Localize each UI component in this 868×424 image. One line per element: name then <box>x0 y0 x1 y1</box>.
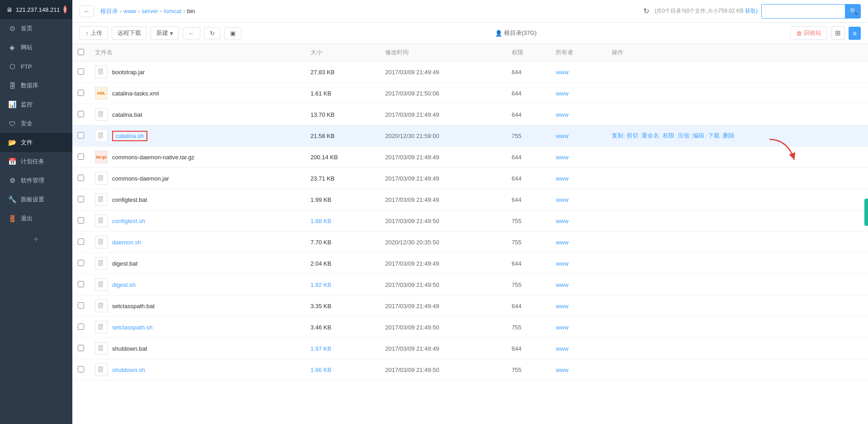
file-name[interactable]: shutdown.sh <box>112 367 145 373</box>
file-name[interactable]: digest.sh <box>112 281 136 288</box>
recycle-button[interactable]: 🗑 回收站 <box>790 26 827 40</box>
file-actions-cell <box>606 189 868 210</box>
file-name[interactable]: configtest.sh <box>112 218 145 224</box>
topbar-refresh-button[interactable]: ↻ <box>642 5 651 17</box>
row-checkbox[interactable] <box>78 68 84 75</box>
row-checkbox[interactable] <box>78 324 84 330</box>
file-perm: 755 <box>506 274 551 295</box>
file-name-cell: digest.bat <box>90 253 305 274</box>
file-date: 2020/12/30 21:59:00 <box>380 125 506 147</box>
row-checkbox[interactable] <box>78 175 84 181</box>
file-type-icon <box>95 257 108 270</box>
file-owner: www <box>550 253 606 274</box>
breadcrumb-root[interactable]: 根目录 <box>100 7 118 15</box>
search-button[interactable]: 🔍 <box>845 5 861 18</box>
view-list-button[interactable]: ≡ <box>849 27 861 40</box>
file-name[interactable]: configtest.bat <box>112 196 147 203</box>
row-checkbox[interactable] <box>78 260 84 266</box>
sidebar-label-tasks: 计划任务 <box>21 157 44 166</box>
file-name[interactable]: setclasspath.bat <box>112 303 155 310</box>
action-编辑[interactable]: 编辑 <box>693 132 704 139</box>
row-checkbox[interactable] <box>78 196 84 202</box>
file-name[interactable]: digest.bat <box>112 260 137 267</box>
sidebar-item-website[interactable]: ◈ 网站 <box>0 38 72 57</box>
sidebar-item-ftp[interactable]: ⬡ FTP <box>0 57 72 76</box>
root-label: 👤 根目录(37G) <box>495 29 537 37</box>
file-name[interactable]: commons-daemon.jar <box>112 175 169 182</box>
action-下载[interactable]: 下载 <box>708 132 720 139</box>
file-type-icon <box>95 172 108 185</box>
file-perm: 644 <box>506 83 551 104</box>
select-all-checkbox[interactable] <box>78 49 84 55</box>
file-name-cell: setclasspath.sh <box>90 317 305 338</box>
breadcrumb-tomcat[interactable]: tomcat <box>164 8 181 14</box>
file-name-cell: commons-daemon.jar <box>90 168 305 189</box>
breadcrumb-server[interactable]: server <box>142 8 158 14</box>
action-压缩[interactable]: 压缩 <box>678 132 689 139</box>
sidebar-item-panel[interactable]: 🔧 面板设置 <box>0 190 72 209</box>
file-name[interactable]: catalina.bat <box>112 111 142 118</box>
row-checkbox[interactable] <box>78 111 84 117</box>
add-icon: + <box>33 234 39 245</box>
view-grid-button[interactable]: ⊞ <box>831 26 845 40</box>
sidebar-item-files[interactable]: 📂 文件 <box>0 133 72 152</box>
toolbar-back-button[interactable]: ← <box>183 27 200 39</box>
topbar-fetch-link[interactable]: 获取) <box>745 8 758 14</box>
action-重命名[interactable]: 重命名 <box>642 132 659 139</box>
terminal-button[interactable]: ▣ <box>224 27 241 39</box>
action-删除[interactable]: 删除 <box>723 132 735 139</box>
row-checkbox[interactable] <box>78 281 84 287</box>
file-name[interactable]: setclasspath.sh <box>112 324 153 331</box>
breadcrumb-www[interactable]: www <box>123 8 136 14</box>
row-checkbox[interactable] <box>78 238 84 245</box>
back-button[interactable]: ← <box>80 5 94 17</box>
file-name[interactable]: catalina.sh <box>112 131 147 141</box>
file-actions-cell <box>606 168 868 189</box>
database-icon: 🗄 <box>8 82 16 90</box>
new-button[interactable]: 新建 ▾ <box>151 26 179 40</box>
file-actions-cell <box>606 232 868 253</box>
row-checkbox[interactable] <box>78 153 84 160</box>
file-name[interactable]: catalina-tasks.xml <box>112 90 159 97</box>
row-checkbox[interactable] <box>78 132 84 138</box>
file-name[interactable]: daemon.sh <box>112 239 141 246</box>
sidebar-item-home[interactable]: ⊙ 首页 <box>0 19 72 38</box>
sidebar-header: 🖥 121.237.148.211 0 <box>0 0 72 19</box>
file-name[interactable]: commons-daemon-native.tar.gz <box>112 154 194 161</box>
sidebar-item-database[interactable]: 🗄 数据库 <box>0 76 72 95</box>
breadcrumb: 根目录 › www › server › tomcat › bin <box>100 7 638 15</box>
file-type-icon <box>95 129 108 142</box>
row-checkbox[interactable] <box>78 366 84 372</box>
sidebar-item-monitor[interactable]: 📊 监控 <box>0 95 72 114</box>
row-checkbox[interactable] <box>78 217 84 224</box>
sidebar-item-security[interactable]: 🛡 安全 <box>0 114 72 133</box>
sidebar-item-software[interactable]: ⚙ 软件管理 <box>0 171 72 190</box>
remote-download-button[interactable]: 远程下载 <box>112 26 147 40</box>
sidebar-item-tasks[interactable]: 📅 计划任务 <box>0 152 72 171</box>
file-size: 1.97 KB <box>305 338 380 359</box>
action-复制[interactable]: 复制 <box>612 132 623 139</box>
action-权限[interactable]: 权限 <box>663 132 675 139</box>
file-owner: www <box>550 62 606 83</box>
upload-button[interactable]: ↑ 上传 <box>80 26 108 40</box>
search-input[interactable] <box>762 5 845 18</box>
sidebar-add-button[interactable]: + <box>0 228 72 251</box>
sidebar-item-logout[interactable]: 🚪 退出 <box>0 209 72 228</box>
table-row: configtest.bat1.99 KB2017/03/09 21:49:49… <box>72 189 868 210</box>
toolbar-refresh-button[interactable]: ↻ <box>204 27 221 39</box>
row-checkbox[interactable] <box>78 302 84 309</box>
new-dropdown-icon: ▾ <box>170 30 173 37</box>
sidebar-label-home: 首页 <box>21 24 33 33</box>
file-date: 2017/03/09 21:49:49 <box>380 189 506 210</box>
row-checkbox[interactable] <box>78 345 84 351</box>
file-name-cell: catalina.bat <box>90 104 305 125</box>
file-name[interactable]: bootstrap.jar <box>112 69 145 76</box>
file-name-cell: shutdown.bat <box>90 338 305 359</box>
action-剪切[interactable]: 剪切 <box>627 132 638 139</box>
file-name[interactable]: shutdown.bat <box>112 345 147 352</box>
file-perm: 644 <box>506 147 551 168</box>
row-checkbox[interactable] <box>78 90 84 96</box>
file-perm: 644 <box>506 295 551 317</box>
file-actions-cell <box>606 317 868 338</box>
header-perm: 权限 <box>506 44 551 62</box>
